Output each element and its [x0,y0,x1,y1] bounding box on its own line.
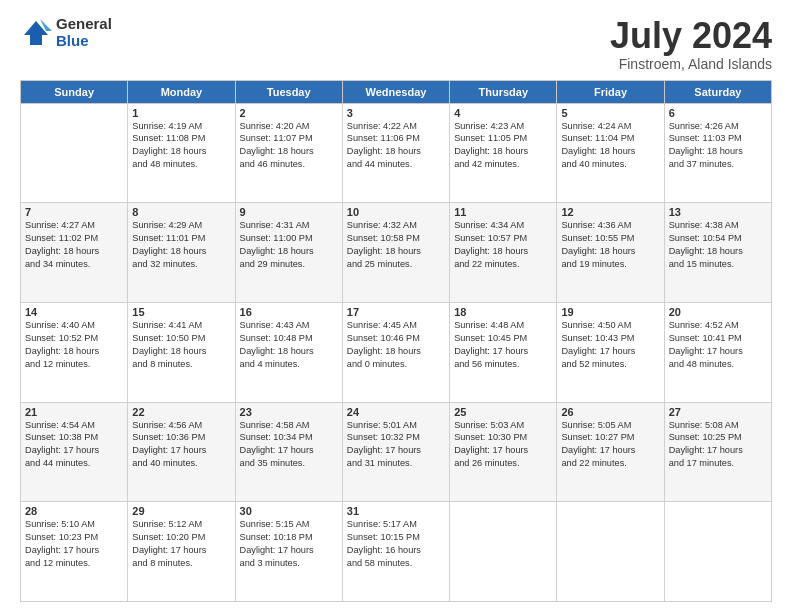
day-number: 30 [240,505,338,517]
day-info: Sunrise: 5:05 AM Sunset: 10:27 PM Daylig… [561,419,659,471]
calendar-cell: 25Sunrise: 5:03 AM Sunset: 10:30 PM Dayl… [450,402,557,502]
col-wednesday: Wednesday [342,80,449,103]
day-number: 22 [132,406,230,418]
day-number: 11 [454,206,552,218]
day-number: 8 [132,206,230,218]
day-info: Sunrise: 4:19 AM Sunset: 11:08 PM Daylig… [132,120,230,172]
day-info: Sunrise: 5:01 AM Sunset: 10:32 PM Daylig… [347,419,445,471]
calendar-cell: 23Sunrise: 4:58 AM Sunset: 10:34 PM Dayl… [235,402,342,502]
month-title: July 2024 [610,16,772,56]
calendar-cell [557,502,664,602]
calendar-cell: 13Sunrise: 4:38 AM Sunset: 10:54 PM Dayl… [664,203,771,303]
calendar-cell: 7Sunrise: 4:27 AM Sunset: 11:02 PM Dayli… [21,203,128,303]
logo-blue: Blue [56,33,112,50]
day-info: Sunrise: 4:31 AM Sunset: 11:00 PM Daylig… [240,219,338,271]
day-info: Sunrise: 4:56 AM Sunset: 10:36 PM Daylig… [132,419,230,471]
day-info: Sunrise: 5:15 AM Sunset: 10:18 PM Daylig… [240,518,338,570]
calendar-cell: 30Sunrise: 5:15 AM Sunset: 10:18 PM Dayl… [235,502,342,602]
calendar-cell: 27Sunrise: 5:08 AM Sunset: 10:25 PM Dayl… [664,402,771,502]
calendar-cell: 19Sunrise: 4:50 AM Sunset: 10:43 PM Dayl… [557,302,664,402]
calendar-cell: 12Sunrise: 4:36 AM Sunset: 10:55 PM Dayl… [557,203,664,303]
calendar-cell: 22Sunrise: 4:56 AM Sunset: 10:36 PM Dayl… [128,402,235,502]
day-number: 6 [669,107,767,119]
day-info: Sunrise: 4:41 AM Sunset: 10:50 PM Daylig… [132,319,230,371]
calendar-cell: 10Sunrise: 4:32 AM Sunset: 10:58 PM Dayl… [342,203,449,303]
day-info: Sunrise: 4:45 AM Sunset: 10:46 PM Daylig… [347,319,445,371]
calendar-cell: 4Sunrise: 4:23 AM Sunset: 11:05 PM Dayli… [450,103,557,203]
day-info: Sunrise: 4:58 AM Sunset: 10:34 PM Daylig… [240,419,338,471]
col-sunday: Sunday [21,80,128,103]
calendar-cell: 26Sunrise: 5:05 AM Sunset: 10:27 PM Dayl… [557,402,664,502]
day-number: 5 [561,107,659,119]
calendar-cell: 3Sunrise: 4:22 AM Sunset: 11:06 PM Dayli… [342,103,449,203]
day-info: Sunrise: 4:38 AM Sunset: 10:54 PM Daylig… [669,219,767,271]
day-number: 12 [561,206,659,218]
calendar-header-row: Sunday Monday Tuesday Wednesday Thursday… [21,80,772,103]
day-info: Sunrise: 5:03 AM Sunset: 10:30 PM Daylig… [454,419,552,471]
day-number: 24 [347,406,445,418]
day-number: 29 [132,505,230,517]
calendar-cell: 28Sunrise: 5:10 AM Sunset: 10:23 PM Dayl… [21,502,128,602]
day-number: 9 [240,206,338,218]
day-number: 16 [240,306,338,318]
col-friday: Friday [557,80,664,103]
day-info: Sunrise: 4:26 AM Sunset: 11:03 PM Daylig… [669,120,767,172]
calendar-cell: 31Sunrise: 5:17 AM Sunset: 10:15 PM Dayl… [342,502,449,602]
day-info: Sunrise: 4:32 AM Sunset: 10:58 PM Daylig… [347,219,445,271]
day-info: Sunrise: 4:54 AM Sunset: 10:38 PM Daylig… [25,419,123,471]
day-number: 1 [132,107,230,119]
calendar-cell: 6Sunrise: 4:26 AM Sunset: 11:03 PM Dayli… [664,103,771,203]
logo: General Blue [20,16,112,49]
day-number: 10 [347,206,445,218]
day-info: Sunrise: 4:48 AM Sunset: 10:45 PM Daylig… [454,319,552,371]
day-number: 20 [669,306,767,318]
day-number: 15 [132,306,230,318]
day-number: 19 [561,306,659,318]
calendar-cell: 21Sunrise: 4:54 AM Sunset: 10:38 PM Dayl… [21,402,128,502]
day-info: Sunrise: 5:12 AM Sunset: 10:20 PM Daylig… [132,518,230,570]
day-number: 23 [240,406,338,418]
logo-general: General [56,16,112,33]
title-block: July 2024 Finstroem, Aland Islands [610,16,772,72]
location-subtitle: Finstroem, Aland Islands [610,56,772,72]
day-number: 26 [561,406,659,418]
col-monday: Monday [128,80,235,103]
calendar-cell: 20Sunrise: 4:52 AM Sunset: 10:41 PM Dayl… [664,302,771,402]
calendar-cell: 8Sunrise: 4:29 AM Sunset: 11:01 PM Dayli… [128,203,235,303]
day-info: Sunrise: 4:23 AM Sunset: 11:05 PM Daylig… [454,120,552,172]
day-number: 13 [669,206,767,218]
day-info: Sunrise: 5:17 AM Sunset: 10:15 PM Daylig… [347,518,445,570]
day-info: Sunrise: 4:22 AM Sunset: 11:06 PM Daylig… [347,120,445,172]
day-number: 21 [25,406,123,418]
col-thursday: Thursday [450,80,557,103]
day-info: Sunrise: 4:20 AM Sunset: 11:07 PM Daylig… [240,120,338,172]
calendar-cell: 15Sunrise: 4:41 AM Sunset: 10:50 PM Dayl… [128,302,235,402]
day-info: Sunrise: 4:24 AM Sunset: 11:04 PM Daylig… [561,120,659,172]
calendar-week-row: 7Sunrise: 4:27 AM Sunset: 11:02 PM Dayli… [21,203,772,303]
calendar-cell [21,103,128,203]
day-info: Sunrise: 4:40 AM Sunset: 10:52 PM Daylig… [25,319,123,371]
logo-text: General Blue [56,16,112,49]
day-number: 14 [25,306,123,318]
day-number: 28 [25,505,123,517]
day-info: Sunrise: 4:52 AM Sunset: 10:41 PM Daylig… [669,319,767,371]
page: General Blue July 2024 Finstroem, Aland … [0,0,792,612]
day-number: 27 [669,406,767,418]
day-number: 18 [454,306,552,318]
day-info: Sunrise: 5:08 AM Sunset: 10:25 PM Daylig… [669,419,767,471]
day-info: Sunrise: 5:10 AM Sunset: 10:23 PM Daylig… [25,518,123,570]
calendar-cell [450,502,557,602]
calendar-cell: 11Sunrise: 4:34 AM Sunset: 10:57 PM Dayl… [450,203,557,303]
day-info: Sunrise: 4:36 AM Sunset: 10:55 PM Daylig… [561,219,659,271]
calendar-cell: 14Sunrise: 4:40 AM Sunset: 10:52 PM Dayl… [21,302,128,402]
col-tuesday: Tuesday [235,80,342,103]
calendar-week-row: 21Sunrise: 4:54 AM Sunset: 10:38 PM Dayl… [21,402,772,502]
calendar-cell: 2Sunrise: 4:20 AM Sunset: 11:07 PM Dayli… [235,103,342,203]
calendar-cell [664,502,771,602]
day-number: 3 [347,107,445,119]
day-number: 25 [454,406,552,418]
header: General Blue July 2024 Finstroem, Aland … [20,16,772,72]
day-info: Sunrise: 4:29 AM Sunset: 11:01 PM Daylig… [132,219,230,271]
day-info: Sunrise: 4:43 AM Sunset: 10:48 PM Daylig… [240,319,338,371]
calendar-cell: 1Sunrise: 4:19 AM Sunset: 11:08 PM Dayli… [128,103,235,203]
